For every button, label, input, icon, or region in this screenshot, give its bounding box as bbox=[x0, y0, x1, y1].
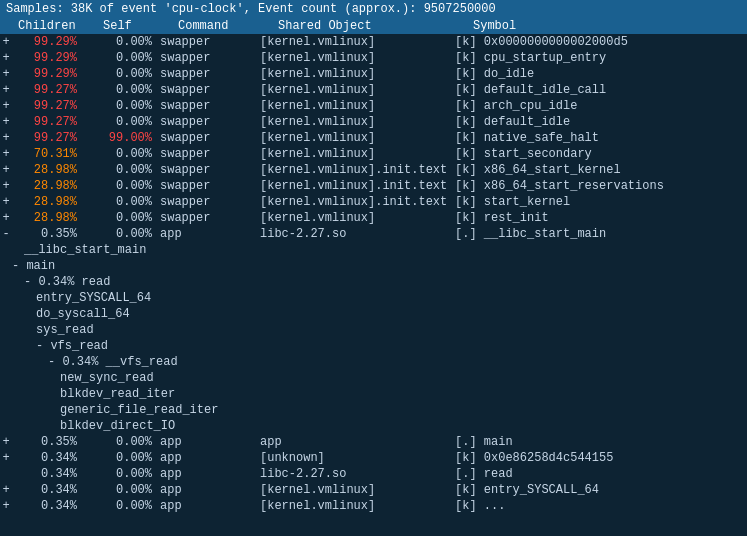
self-val: 0.00% bbox=[85, 482, 160, 498]
shared-val: [kernel.vmlinux] bbox=[260, 498, 455, 514]
list-item: new_sync_read bbox=[0, 370, 747, 386]
self-val: 0.00% bbox=[85, 146, 160, 162]
list-item: generic_file_read_iter bbox=[0, 402, 747, 418]
table-row[interactable]: +70.31%0.00%swapper[kernel.vmlinux][k] s… bbox=[0, 146, 747, 162]
list-item: blkdev_direct_IO bbox=[0, 418, 747, 434]
table-row[interactable]: +99.27%0.00%swapper[kernel.vmlinux][k] d… bbox=[0, 114, 747, 130]
symbol-val: [k] x86_64_start_kernel bbox=[455, 162, 747, 178]
command-val: swapper bbox=[160, 130, 260, 146]
table-row[interactable]: +0.35%0.00%appapp[.] main bbox=[0, 434, 747, 450]
list-item: - main bbox=[0, 258, 747, 274]
list-item: entry_SYSCALL_64 bbox=[0, 290, 747, 306]
symbol-val: [k] entry_SYSCALL_64 bbox=[455, 482, 747, 498]
row-prefix: + bbox=[0, 114, 12, 130]
list-item: blkdev_read_iter bbox=[0, 386, 747, 402]
children-val: 0.34% bbox=[12, 450, 85, 466]
symbol-val: [k] ... bbox=[455, 498, 747, 514]
self-val: 0.00% bbox=[85, 82, 160, 98]
self-val: 0.00% bbox=[85, 114, 160, 130]
children-val: 0.34% bbox=[12, 482, 85, 498]
children-val: 0.35% bbox=[12, 434, 85, 450]
table-row[interactable]: +99.27%0.00%swapper[kernel.vmlinux][k] a… bbox=[0, 98, 747, 114]
list-item: - vfs_read bbox=[0, 338, 747, 354]
command-val: swapper bbox=[160, 66, 260, 82]
self-val: 0.00% bbox=[85, 194, 160, 210]
table-row[interactable]: +99.27%99.00%swapper[kernel.vmlinux][k] … bbox=[0, 130, 747, 146]
row-prefix: + bbox=[0, 98, 12, 114]
row-prefix: + bbox=[0, 82, 12, 98]
self-val: 0.00% bbox=[85, 498, 160, 514]
row-prefix: + bbox=[0, 130, 12, 146]
children-val: 99.27% bbox=[12, 130, 85, 146]
table-row[interactable]: +99.29%0.00%swapper[kernel.vmlinux][k] d… bbox=[0, 66, 747, 82]
self-val: 0.00% bbox=[85, 98, 160, 114]
shared-val: [kernel.vmlinux] bbox=[260, 66, 455, 82]
list-item: - 0.34% __vfs_read bbox=[0, 354, 747, 370]
shared-val: [unknown] bbox=[260, 450, 455, 466]
shared-val: [kernel.vmlinux].init.text bbox=[260, 194, 455, 210]
children-val: 28.98% bbox=[12, 210, 85, 226]
children-val: 99.27% bbox=[12, 114, 85, 130]
row-prefix: - bbox=[0, 226, 12, 242]
symbol-val: [k] default_idle_call bbox=[455, 82, 747, 98]
command-val: app bbox=[160, 226, 260, 242]
table-row[interactable]: +28.98%0.00%swapper[kernel.vmlinux][k] r… bbox=[0, 210, 747, 226]
list-item: do_syscall_64 bbox=[0, 306, 747, 322]
self-val: 0.00% bbox=[85, 466, 160, 482]
col-header-self: Self bbox=[103, 19, 178, 33]
children-val: 0.34% bbox=[12, 466, 85, 482]
symbol-val: [k] 0x0e86258d4c544155 bbox=[455, 450, 747, 466]
symbol-val: [k] x86_64_start_reservations bbox=[455, 178, 747, 194]
self-val: 99.00% bbox=[85, 130, 160, 146]
list-item: sys_read bbox=[0, 322, 747, 338]
self-val: 0.00% bbox=[85, 34, 160, 50]
symbol-val: [k] default_idle bbox=[455, 114, 747, 130]
symbol-val: [k] arch_cpu_idle bbox=[455, 98, 747, 114]
table-row[interactable]: +0.34%0.00%app[kernel.vmlinux][k] entry_… bbox=[0, 482, 747, 498]
children-val: 28.98% bbox=[12, 162, 85, 178]
symbol-val: [k] native_safe_halt bbox=[455, 130, 747, 146]
row-prefix: + bbox=[0, 194, 12, 210]
table-row[interactable]: +99.29%0.00%swapper[kernel.vmlinux][k] 0… bbox=[0, 34, 747, 50]
self-val: 0.00% bbox=[85, 162, 160, 178]
table-row[interactable]: +28.98%0.00%swapper[kernel.vmlinux].init… bbox=[0, 194, 747, 210]
command-val: swapper bbox=[160, 210, 260, 226]
command-val: swapper bbox=[160, 194, 260, 210]
command-val: swapper bbox=[160, 162, 260, 178]
shared-val: libc-2.27.so bbox=[260, 226, 455, 242]
symbol-val: [.] __libc_start_main bbox=[455, 226, 747, 242]
content-area: +99.29%0.00%swapper[kernel.vmlinux][k] 0… bbox=[0, 34, 747, 514]
shared-val: libc-2.27.so bbox=[260, 466, 455, 482]
self-val: 0.00% bbox=[85, 66, 160, 82]
table-row[interactable]: +28.98%0.00%swapper[kernel.vmlinux].init… bbox=[0, 178, 747, 194]
children-val: 99.27% bbox=[12, 82, 85, 98]
symbol-val: [k] cpu_startup_entry bbox=[455, 50, 747, 66]
table-row[interactable]: +0.34%0.00%app[kernel.vmlinux][k] ... bbox=[0, 498, 747, 514]
row-prefix: + bbox=[0, 50, 12, 66]
table-row[interactable]: +0.34%0.00%app[unknown][k] 0x0e86258d4c5… bbox=[0, 450, 747, 466]
app-container: Samples: 38K of event 'cpu-clock', Event… bbox=[0, 0, 747, 514]
command-val: app bbox=[160, 450, 260, 466]
table-row[interactable]: +99.27%0.00%swapper[kernel.vmlinux][k] d… bbox=[0, 82, 747, 98]
shared-val: [kernel.vmlinux].init.text bbox=[260, 162, 455, 178]
table-row[interactable]: -0.35%0.00%applibc-2.27.so[.] __libc_sta… bbox=[0, 226, 747, 242]
symbol-val: [k] start_secondary bbox=[455, 146, 747, 162]
children-val: 99.29% bbox=[12, 66, 85, 82]
command-val: swapper bbox=[160, 114, 260, 130]
row-prefix: + bbox=[0, 162, 12, 178]
command-val: swapper bbox=[160, 34, 260, 50]
row-prefix: + bbox=[0, 482, 12, 498]
self-val: 0.00% bbox=[85, 50, 160, 66]
self-val: 0.00% bbox=[85, 434, 160, 450]
table-row[interactable]: 0.34%0.00%applibc-2.27.so[.] read bbox=[0, 466, 747, 482]
command-val: swapper bbox=[160, 82, 260, 98]
symbol-val: [k] start_kernel bbox=[455, 194, 747, 210]
row-prefix: + bbox=[0, 146, 12, 162]
self-val: 0.00% bbox=[85, 178, 160, 194]
header-text: Samples: 38K of event 'cpu-clock', Event… bbox=[6, 2, 496, 16]
shared-val: [kernel.vmlinux] bbox=[260, 210, 455, 226]
table-row[interactable]: +28.98%0.00%swapper[kernel.vmlinux].init… bbox=[0, 162, 747, 178]
children-val: 99.29% bbox=[12, 34, 85, 50]
table-row[interactable]: +99.29%0.00%swapper[kernel.vmlinux][k] c… bbox=[0, 50, 747, 66]
command-val: swapper bbox=[160, 178, 260, 194]
